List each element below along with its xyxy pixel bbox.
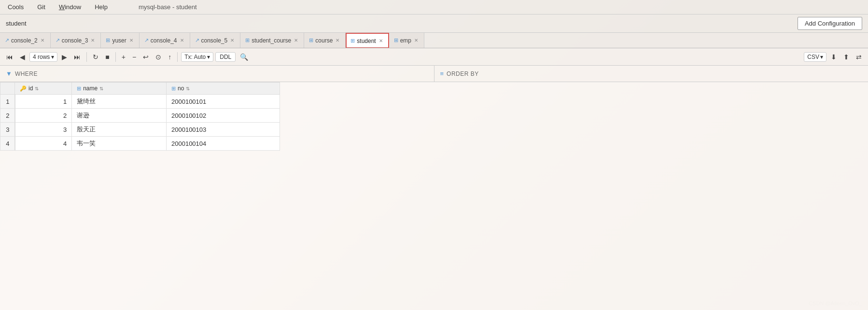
tab-label-console2: console_2 [11,37,38,44]
divider2 [115,52,116,62]
cell-id[interactable]: 4 [15,137,72,151]
cell-id[interactable]: 1 [15,95,72,109]
tabs-row: ↗ console_2 ✕ ↗ console_3 ✕ ⊞ yuser ✕ ↗ … [0,33,868,48]
tab-close-emp[interactable]: ✕ [413,37,419,43]
col-label-id: id [28,85,33,92]
console-icon: ↗ [144,37,149,43]
export-button[interactable]: ⬇ [828,52,839,62]
cell-id[interactable]: 3 [15,123,72,137]
sort-icon-name[interactable]: ⇅ [99,86,103,91]
table-row[interactable]: 44韦一笑2000100104 [0,137,280,151]
tab-label-console5: console_5 [201,37,228,44]
clone-button[interactable]: ⊙ [153,52,164,62]
tab-console4[interactable]: ↗ console_4 ✕ [140,33,190,48]
key-icon: 🔑 [20,85,27,92]
import-button[interactable]: ⬆ [841,52,852,62]
header-row: student Add Configuration [0,14,868,33]
col-header-id[interactable]: 🔑 id ⇅ [15,83,72,95]
divider1 [86,52,87,62]
tab-student[interactable]: ⊞ student ✕ [346,33,389,48]
tab-close-student-course[interactable]: ✕ [293,37,299,43]
tab-label-yuser: yuser [112,37,126,44]
row-number-cell: 3 [0,123,15,137]
tab-close-course[interactable]: ✕ [335,37,340,43]
table-row[interactable]: 33殷天正2000100103 [0,123,280,137]
menu-git[interactable]: Git [35,2,47,12]
cell-no[interactable]: 2000100102 [166,109,280,123]
data-table: 🔑 id ⇅ ⊞ name ⇅ ⊞ [0,82,280,151]
sort-icon-id[interactable]: ⇅ [35,86,39,91]
add-row-button[interactable]: + [119,52,128,62]
orderby-icon: ≡ [440,70,444,77]
col-label-no: no [178,85,184,92]
prev-row-button[interactable]: ◀ [17,52,28,62]
search-button[interactable]: 🔍 [238,52,251,62]
tx-dropdown-icon: ▾ [207,54,210,60]
tab-close-console3[interactable]: ✕ [90,37,96,43]
upload-button[interactable]: ↑ [166,52,174,62]
toolbar: ⏮ ◀ 4 rows ▾ ▶ ⏭ ↻ ■ + − ↩ ⊙ ↑ Tx: Auto … [0,48,868,66]
transpose-button[interactable]: ⇄ [854,52,864,62]
cell-no[interactable]: 2000100104 [166,137,280,151]
table-header-row: 🔑 id ⇅ ⊞ name ⇅ ⊞ [0,83,280,95]
last-row-button[interactable]: ⏭ [71,52,83,62]
delete-row-button[interactable]: − [130,52,139,62]
tab-console3[interactable]: ↗ console_3 ✕ [51,33,101,48]
undo-button[interactable]: ↩ [140,52,151,62]
table-icon: ⊞ [245,37,250,43]
cell-no[interactable]: 2000100103 [166,123,280,137]
tab-console2[interactable]: ↗ console_2 ✕ [0,33,51,48]
data-area: 🔑 id ⇅ ⊞ name ⇅ ⊞ [0,82,868,310]
tab-label-console4: console_4 [151,37,177,44]
csv-dropdown[interactable]: CSV ▾ [804,52,826,62]
sort-icon-no[interactable]: ⇅ [186,86,190,91]
cell-name[interactable]: 黛绮丝 [72,95,167,109]
col-icon-no: ⊞ [171,85,176,92]
tab-close-console5[interactable]: ✕ [229,37,235,43]
table-row[interactable]: 11黛绮丝2000100101 [0,95,280,109]
filter-row: ▼ WHERE ≡ ORDER BY [0,66,868,82]
ddl-button[interactable]: DDL [215,52,236,62]
console-icon: ↗ [56,37,60,43]
rows-label: 4 rows [33,54,50,60]
tab-label-student-course: student_course [252,37,291,44]
tab-console5[interactable]: ↗ console_5 ✕ [190,33,241,48]
cell-id[interactable]: 2 [15,109,72,123]
toolbar-right: CSV ▾ ⬇ ⬆ ⇄ [804,52,864,62]
app-title: mysql-base - student [139,3,197,11]
tab-course[interactable]: ⊞ course ✕ [304,33,346,48]
menu-cools[interactable]: Cools [6,2,26,12]
stop-button[interactable]: ■ [103,52,112,62]
tab-close-student[interactable]: ✕ [378,38,384,44]
col-header-no[interactable]: ⊞ no ⇅ [166,83,280,95]
rows-dropdown-icon: ▾ [51,54,54,60]
console-icon: ↗ [195,37,199,43]
cell-name[interactable]: 殷天正 [72,123,167,137]
row-number-cell: 4 [0,137,15,151]
table-row[interactable]: 22谢逊2000100102 [0,109,280,123]
table-icon: ⊞ [309,37,313,43]
menu-window[interactable]: Window [57,2,83,12]
tab-emp[interactable]: ⊞ emp ✕ [389,33,424,48]
tx-dropdown[interactable]: Tx: Auto ▾ [181,52,213,62]
col-header-name[interactable]: ⊞ name ⇅ [72,83,167,95]
refresh-button[interactable]: ↻ [90,52,101,62]
cell-no[interactable]: 2000100101 [166,95,280,109]
table-icon: ⊞ [350,38,355,44]
tab-student-course[interactable]: ⊞ student_course ✕ [240,33,304,48]
row-number-cell: 1 [0,95,15,109]
tab-close-yuser[interactable]: ✕ [128,37,134,43]
next-row-button[interactable]: ▶ [59,52,70,62]
col-label-name: name [83,85,98,92]
first-row-button[interactable]: ⏮ [4,52,15,62]
tab-close-console2[interactable]: ✕ [40,37,45,43]
menu-help[interactable]: Help [93,2,110,12]
tab-yuser[interactable]: ⊞ yuser ✕ [101,33,139,48]
cell-name[interactable]: 谢逊 [72,109,167,123]
rows-dropdown[interactable]: 4 rows ▾ [29,52,57,62]
tab-label-emp: emp [400,37,411,44]
cell-name[interactable]: 韦一笑 [72,137,167,151]
add-configuration-button[interactable]: Add Configuration [798,17,862,30]
divider3 [177,52,178,62]
tab-close-console4[interactable]: ✕ [179,37,185,43]
